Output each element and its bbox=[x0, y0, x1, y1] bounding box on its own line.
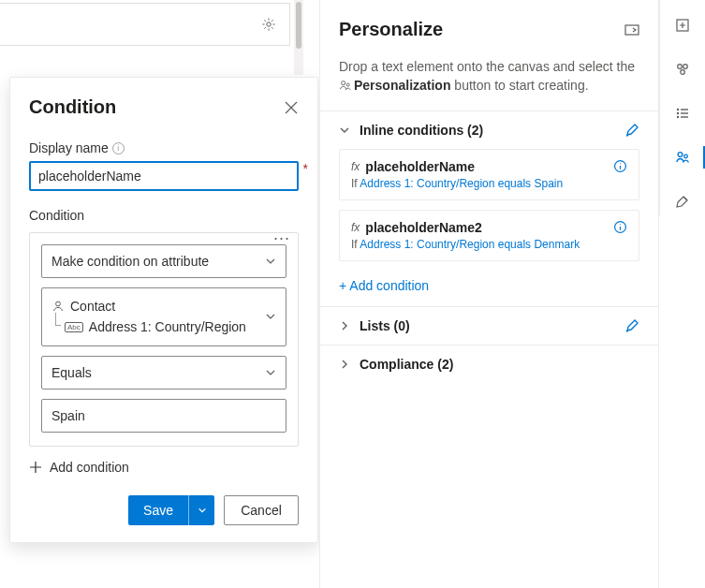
value-input[interactable]: Spain bbox=[41, 399, 286, 433]
chevron-down-icon bbox=[265, 367, 276, 378]
svg-point-0 bbox=[267, 22, 271, 26]
attribute-picker[interactable]: Contact Abc Address 1: Country/Region bbox=[41, 287, 286, 346]
section-header-compliance[interactable]: Compliance (2) bbox=[320, 345, 658, 383]
svg-point-15 bbox=[678, 116, 679, 117]
fx-icon: fx bbox=[351, 221, 360, 234]
chevron-down-icon bbox=[265, 256, 276, 267]
cancel-button[interactable]: Cancel bbox=[224, 495, 299, 525]
section-inline-conditions: Inline conditions (2) fx placeholderName… bbox=[320, 110, 658, 306]
required-marker: * bbox=[303, 161, 308, 176]
condition-dialog: Condition Display name i * Condition ···… bbox=[9, 77, 318, 543]
svg-point-13 bbox=[678, 109, 679, 110]
svg-point-8 bbox=[620, 224, 621, 225]
operator-dropdown[interactable]: Equals bbox=[41, 356, 286, 390]
fx-icon: fx bbox=[351, 160, 360, 173]
section-title: Inline conditions (2) bbox=[360, 123, 483, 138]
tool-rail bbox=[659, 0, 705, 215]
svg-point-1 bbox=[56, 301, 61, 306]
svg-point-6 bbox=[620, 163, 621, 164]
svg-point-11 bbox=[683, 65, 688, 69]
condition-builder: ··· Make condition on attribute Contact bbox=[29, 232, 299, 447]
panel-description: Drop a text element onto the canvas and … bbox=[320, 48, 658, 110]
info-icon[interactable] bbox=[613, 159, 627, 173]
svg-point-16 bbox=[678, 152, 683, 156]
section-title: Compliance (2) bbox=[360, 357, 453, 372]
info-icon[interactable] bbox=[613, 220, 627, 234]
chevron-right-icon bbox=[339, 359, 350, 370]
rail-add[interactable] bbox=[668, 11, 698, 40]
info-icon[interactable]: i bbox=[112, 142, 125, 154]
chevron-right-icon bbox=[339, 320, 350, 331]
svg-point-17 bbox=[684, 154, 688, 158]
gear-icon[interactable] bbox=[261, 17, 276, 32]
person-icon bbox=[51, 300, 65, 313]
canvas-strip bbox=[0, 0, 305, 66]
canvas-element[interactable] bbox=[0, 3, 290, 46]
rail-styles[interactable] bbox=[668, 186, 698, 215]
section-header-lists[interactable]: Lists (0) bbox=[320, 307, 658, 345]
display-name-label: Display name i bbox=[29, 140, 299, 155]
section-header-inline[interactable]: Inline conditions (2) bbox=[320, 111, 658, 149]
svg-point-12 bbox=[681, 70, 685, 75]
display-name-input[interactable] bbox=[29, 161, 299, 191]
svg-point-4 bbox=[346, 83, 349, 86]
rail-elements[interactable] bbox=[668, 55, 698, 84]
more-icon[interactable]: ··· bbox=[273, 229, 290, 246]
add-condition-link[interactable]: + Add condition bbox=[320, 274, 658, 306]
chevron-down-icon bbox=[265, 311, 276, 322]
section-title: Lists (0) bbox=[360, 318, 410, 333]
svg-point-14 bbox=[678, 112, 679, 113]
text-type-icon: Abc bbox=[65, 322, 83, 333]
chevron-down-icon bbox=[339, 125, 350, 136]
section-lists: Lists (0) bbox=[320, 306, 658, 345]
close-icon[interactable] bbox=[284, 100, 299, 115]
section-compliance: Compliance (2) bbox=[320, 345, 658, 383]
scrollbar[interactable] bbox=[294, 0, 303, 75]
save-split[interactable] bbox=[188, 495, 214, 525]
condition-section-label: Condition bbox=[29, 208, 299, 223]
svg-point-3 bbox=[342, 81, 345, 85]
edit-icon[interactable] bbox=[624, 123, 639, 138]
plus-icon bbox=[29, 461, 42, 474]
rail-personalize[interactable] bbox=[668, 142, 698, 171]
add-condition-link[interactable]: Add condition bbox=[29, 460, 299, 475]
attribute-label: Address 1: Country/Region bbox=[89, 316, 246, 337]
condition-card[interactable]: fx placeholderName If Address 1: Country… bbox=[339, 149, 639, 200]
dialog-title: Condition bbox=[29, 96, 116, 118]
entity-label: Contact bbox=[70, 296, 115, 316]
svg-point-10 bbox=[678, 65, 683, 69]
condition-name: placeholderName2 bbox=[365, 220, 482, 235]
personalize-panel: Personalize Drop a text element onto the… bbox=[319, 0, 659, 588]
personalization-icon bbox=[339, 80, 351, 92]
rail-list[interactable] bbox=[668, 99, 698, 128]
edit-icon[interactable] bbox=[624, 318, 639, 333]
condition-mode-dropdown[interactable]: Make condition on attribute bbox=[41, 244, 286, 278]
save-button[interactable]: Save bbox=[128, 495, 214, 525]
panel-title: Personalize bbox=[339, 19, 443, 40]
condition-card[interactable]: fx placeholderName2 If Address 1: Countr… bbox=[339, 210, 639, 261]
condition-name: placeholderName bbox=[365, 159, 475, 174]
collapse-icon[interactable] bbox=[624, 24, 639, 36]
